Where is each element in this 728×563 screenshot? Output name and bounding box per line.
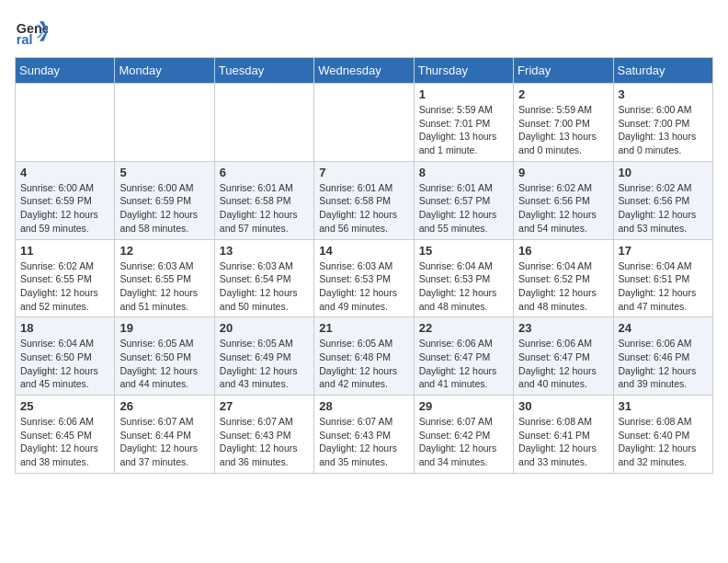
day-info: Sunrise: 6:04 AM Sunset: 6:53 PM Dayligh… [419,259,508,314]
day-info: Sunrise: 6:06 AM Sunset: 6:47 PM Dayligh… [419,337,508,391]
svg-text:ral: ral [17,32,33,47]
weekday-header-thursday: Thursday [414,58,513,84]
day-number: 29 [419,399,508,413]
week-row-5: 25Sunrise: 6:06 AM Sunset: 6:45 PM Dayli… [16,396,713,474]
day-info: Sunrise: 6:06 AM Sunset: 6:47 PM Dayligh… [518,337,608,391]
day-number: 26 [119,399,209,413]
day-number: 23 [518,321,608,335]
week-row-1: 1Sunrise: 5:59 AM Sunset: 7:01 PM Daylig… [16,84,713,162]
calendar-cell [16,84,115,162]
week-row-3: 11Sunrise: 6:02 AM Sunset: 6:55 PM Dayli… [16,239,713,317]
calendar-cell: 20Sunrise: 6:05 AM Sunset: 6:49 PM Dayli… [214,317,313,396]
calendar-cell: 13Sunrise: 6:03 AM Sunset: 6:54 PM Dayli… [214,239,313,317]
day-info: Sunrise: 6:01 AM Sunset: 6:58 PM Dayligh… [220,181,309,236]
day-number: 12 [119,244,209,258]
calendar-cell: 21Sunrise: 6:05 AM Sunset: 6:48 PM Dayli… [314,317,414,396]
day-number: 31 [619,399,708,413]
day-info: Sunrise: 6:04 AM Sunset: 6:50 PM Dayligh… [20,337,109,391]
page-header: Gene ral [15,15,713,48]
calendar-cell: 23Sunrise: 6:06 AM Sunset: 6:47 PM Dayli… [514,317,613,396]
day-number: 13 [220,244,309,258]
day-info: Sunrise: 5:59 AM Sunset: 7:01 PM Dayligh… [419,103,508,157]
calendar-cell: 31Sunrise: 6:08 AM Sunset: 6:40 PM Dayli… [613,396,712,474]
calendar-header: SundayMondayTuesdayWednesdayThursdayFrid… [16,58,713,84]
day-info: Sunrise: 6:01 AM Sunset: 6:58 PM Dayligh… [319,181,408,236]
calendar-cell: 19Sunrise: 6:05 AM Sunset: 6:50 PM Dayli… [115,317,214,396]
calendar-cell: 15Sunrise: 6:04 AM Sunset: 6:53 PM Dayli… [414,239,513,317]
day-number: 1 [419,87,508,101]
day-number: 16 [518,244,608,258]
weekday-header-sunday: Sunday [16,58,115,84]
day-number: 15 [419,244,508,258]
calendar-cell: 8Sunrise: 6:01 AM Sunset: 6:57 PM Daylig… [414,161,513,239]
day-info: Sunrise: 6:01 AM Sunset: 6:57 PM Dayligh… [419,181,508,236]
day-number: 2 [518,87,608,101]
day-number: 8 [419,166,508,179]
day-number: 9 [518,166,608,179]
calendar-cell: 22Sunrise: 6:06 AM Sunset: 6:47 PM Dayli… [414,317,513,396]
calendar-cell [115,84,214,162]
day-number: 22 [419,321,508,335]
weekday-header-tuesday: Tuesday [214,58,313,84]
calendar-cell: 7Sunrise: 6:01 AM Sunset: 6:58 PM Daylig… [314,161,414,239]
day-number: 17 [619,244,708,258]
day-info: Sunrise: 6:00 AM Sunset: 6:59 PM Dayligh… [20,181,109,236]
calendar-cell: 12Sunrise: 6:03 AM Sunset: 6:55 PM Dayli… [115,239,214,317]
week-row-4: 18Sunrise: 6:04 AM Sunset: 6:50 PM Dayli… [16,317,713,396]
day-info: Sunrise: 6:02 AM Sunset: 6:56 PM Dayligh… [518,181,608,236]
day-info: Sunrise: 6:02 AM Sunset: 6:56 PM Dayligh… [619,181,708,236]
calendar-body: 1Sunrise: 5:59 AM Sunset: 7:01 PM Daylig… [16,84,713,474]
calendar-cell: 29Sunrise: 6:07 AM Sunset: 6:42 PM Dayli… [414,396,513,474]
weekday-header-saturday: Saturday [613,58,712,84]
calendar-cell [214,84,313,162]
day-number: 11 [20,244,109,258]
calendar-cell: 27Sunrise: 6:07 AM Sunset: 6:43 PM Dayli… [214,396,313,474]
day-info: Sunrise: 6:06 AM Sunset: 6:46 PM Dayligh… [619,337,708,391]
calendar-cell: 11Sunrise: 6:02 AM Sunset: 6:55 PM Dayli… [16,239,115,317]
calendar-cell: 9Sunrise: 6:02 AM Sunset: 6:56 PM Daylig… [514,161,613,239]
day-info: Sunrise: 6:03 AM Sunset: 6:53 PM Dayligh… [319,259,408,314]
day-info: Sunrise: 6:02 AM Sunset: 6:55 PM Dayligh… [20,259,109,314]
day-number: 20 [220,321,309,335]
calendar-cell: 25Sunrise: 6:06 AM Sunset: 6:45 PM Dayli… [16,396,115,474]
calendar-cell: 30Sunrise: 6:08 AM Sunset: 6:41 PM Dayli… [514,396,613,474]
day-info: Sunrise: 6:05 AM Sunset: 6:48 PM Dayligh… [319,337,408,391]
day-number: 30 [518,399,608,413]
weekday-header-row: SundayMondayTuesdayWednesdayThursdayFrid… [16,58,713,84]
day-info: Sunrise: 6:07 AM Sunset: 6:44 PM Dayligh… [119,415,209,469]
weekday-header-friday: Friday [514,58,613,84]
calendar-cell: 2Sunrise: 5:59 AM Sunset: 7:00 PM Daylig… [514,84,613,162]
day-number: 25 [20,399,109,413]
calendar-cell: 1Sunrise: 5:59 AM Sunset: 7:01 PM Daylig… [414,84,513,162]
day-info: Sunrise: 6:00 AM Sunset: 7:00 PM Dayligh… [619,103,708,157]
day-number: 27 [220,399,309,413]
weekday-header-wednesday: Wednesday [314,58,414,84]
day-info: Sunrise: 6:00 AM Sunset: 6:59 PM Dayligh… [119,181,209,236]
calendar-cell [314,84,414,162]
day-info: Sunrise: 6:04 AM Sunset: 6:51 PM Dayligh… [619,259,708,314]
day-info: Sunrise: 6:05 AM Sunset: 6:49 PM Dayligh… [220,337,309,391]
day-info: Sunrise: 6:07 AM Sunset: 6:43 PM Dayligh… [220,415,309,469]
calendar-cell: 14Sunrise: 6:03 AM Sunset: 6:53 PM Dayli… [314,239,414,317]
calendar-cell: 10Sunrise: 6:02 AM Sunset: 6:56 PM Dayli… [613,161,712,239]
day-number: 19 [119,321,209,335]
day-info: Sunrise: 6:04 AM Sunset: 6:52 PM Dayligh… [518,259,608,314]
day-info: Sunrise: 6:03 AM Sunset: 6:54 PM Dayligh… [220,259,309,314]
calendar-cell: 3Sunrise: 6:00 AM Sunset: 7:00 PM Daylig… [613,84,712,162]
calendar-cell: 28Sunrise: 6:07 AM Sunset: 6:43 PM Dayli… [314,396,414,474]
calendar-cell: 18Sunrise: 6:04 AM Sunset: 6:50 PM Dayli… [16,317,115,396]
day-number: 3 [619,87,708,101]
day-info: Sunrise: 6:03 AM Sunset: 6:55 PM Dayligh… [119,259,209,314]
calendar-cell: 4Sunrise: 6:00 AM Sunset: 6:59 PM Daylig… [16,161,115,239]
weekday-header-monday: Monday [115,58,214,84]
day-number: 5 [119,166,209,179]
logo: Gene ral [15,15,51,48]
calendar-cell: 24Sunrise: 6:06 AM Sunset: 6:46 PM Dayli… [613,317,712,396]
day-info: Sunrise: 6:07 AM Sunset: 6:42 PM Dayligh… [419,415,508,469]
day-info: Sunrise: 6:08 AM Sunset: 6:40 PM Dayligh… [619,415,708,469]
day-info: Sunrise: 6:06 AM Sunset: 6:45 PM Dayligh… [20,415,109,469]
day-number: 10 [619,166,708,179]
calendar-cell: 17Sunrise: 6:04 AM Sunset: 6:51 PM Dayli… [613,239,712,317]
day-number: 6 [220,166,309,179]
calendar-cell: 16Sunrise: 6:04 AM Sunset: 6:52 PM Dayli… [514,239,613,317]
